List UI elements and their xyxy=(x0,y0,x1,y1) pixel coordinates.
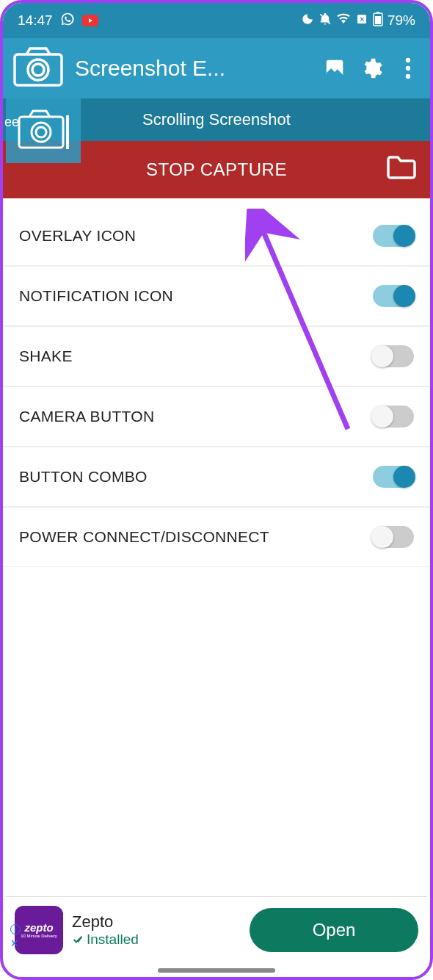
ad-banner[interactable]: i ✕ zepto 10 Minute Delivery Zepto Insta… xyxy=(6,896,427,962)
ad-cta-label: Open xyxy=(313,920,356,940)
toggle-switch[interactable] xyxy=(373,285,414,307)
dnd-moon-icon xyxy=(301,12,314,29)
svg-point-11 xyxy=(406,66,410,71)
settings-list: OVERLAY ICONNOTIFICATION ICONSHAKECAMERA… xyxy=(3,206,430,567)
svg-point-7 xyxy=(28,60,48,80)
svg-point-8 xyxy=(32,64,44,76)
toggle-switch[interactable] xyxy=(373,466,414,488)
setting-row[interactable]: POWER CONNECT/DISCONNECT xyxy=(3,507,430,567)
ad-name: Zepto xyxy=(72,912,241,932)
floating-camera-overlay[interactable]: ee xyxy=(6,97,81,163)
setting-row[interactable]: NOTIFICATION ICON xyxy=(3,266,430,326)
folder-icon[interactable] xyxy=(386,155,417,184)
ad-info-icon[interactable]: i ✕ xyxy=(10,924,21,949)
gear-icon[interactable] xyxy=(358,55,385,82)
toggle-knob xyxy=(393,466,415,488)
svg-rect-13 xyxy=(19,117,63,148)
svg-point-10 xyxy=(406,58,410,62)
app-camera-icon xyxy=(12,46,65,91)
toggle-switch[interactable] xyxy=(373,225,414,247)
ad-open-button[interactable]: Open xyxy=(250,908,418,952)
svg-text:✕: ✕ xyxy=(359,16,364,23)
setting-row[interactable]: SHAKE xyxy=(3,326,430,386)
status-time: 14:47 xyxy=(18,12,53,29)
overlay-edge-text: ee xyxy=(4,115,19,130)
toggle-knob xyxy=(393,285,415,307)
svg-rect-4 xyxy=(375,16,381,24)
home-indicator[interactable] xyxy=(158,968,275,973)
setting-label: OVERLAY ICON xyxy=(19,227,136,245)
toggle-knob xyxy=(393,225,415,247)
setting-label: SHAKE xyxy=(19,347,73,365)
battery-icon xyxy=(373,12,383,30)
app-bar: Screenshot E... xyxy=(3,38,430,98)
ad-tagline: 10 Minute Delivery xyxy=(21,934,57,938)
battery-percent: 79% xyxy=(387,12,415,29)
status-bar: 14:47 ✕ 79% xyxy=(3,3,430,38)
gallery-icon[interactable] xyxy=(321,55,348,82)
ad-logo: zepto 10 Minute Delivery xyxy=(15,906,63,954)
setting-row[interactable]: OVERLAY ICON xyxy=(3,206,430,266)
toggle-knob xyxy=(371,345,393,367)
stop-capture-label: STOP CAPTURE xyxy=(146,159,287,180)
mute-bell-icon xyxy=(319,12,332,29)
ad-brand: zepto xyxy=(24,921,53,934)
svg-point-14 xyxy=(32,123,51,142)
svg-point-12 xyxy=(406,74,410,79)
toggle-switch[interactable] xyxy=(373,345,414,367)
setting-label: CAMERA BUTTON xyxy=(19,408,154,425)
wifi-icon xyxy=(336,12,351,29)
setting-row[interactable]: CAMERA BUTTON xyxy=(3,386,430,447)
svg-rect-5 xyxy=(376,12,379,13)
setting-label: NOTIFICATION ICON xyxy=(19,287,173,305)
setting-label: POWER CONNECT/DISCONNECT xyxy=(19,528,269,546)
app-title: Screenshot E... xyxy=(75,56,311,81)
setting-label: BUTTON COMBO xyxy=(19,468,148,486)
more-vert-icon[interactable] xyxy=(395,55,421,82)
toggle-knob xyxy=(371,406,393,428)
youtube-icon xyxy=(82,15,98,26)
setting-row[interactable]: BUTTON COMBO xyxy=(3,447,430,507)
svg-point-15 xyxy=(36,127,46,137)
whatsapp-icon xyxy=(60,12,75,30)
sim-icon: ✕ xyxy=(355,12,368,29)
svg-rect-16 xyxy=(66,115,69,149)
toggle-switch[interactable] xyxy=(373,526,414,548)
ad-status: Installed xyxy=(72,932,241,948)
toggle-knob xyxy=(371,526,393,548)
ad-info: Zepto Installed xyxy=(72,912,241,948)
sub-header-title: Scrolling Screenshot xyxy=(142,110,291,129)
toggle-switch[interactable] xyxy=(373,406,414,428)
